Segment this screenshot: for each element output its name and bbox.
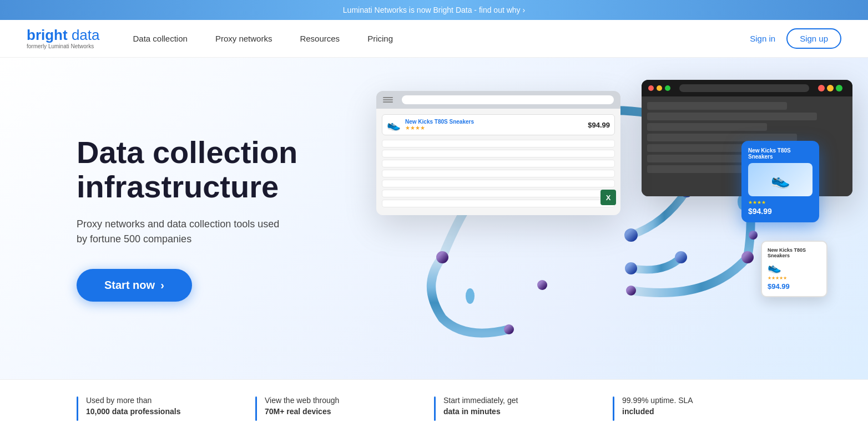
hero-content: Data collection infrastructure Proxy net… (77, 135, 343, 302)
logo-bright: bright (27, 27, 68, 43)
product-card2-title: New Kicks T80S Sneakers (768, 247, 821, 258)
product-card-stars: ★★★★ (748, 200, 813, 205)
logo[interactable]: bright data formerly Luminati Networks (27, 28, 99, 49)
banner-text: Luminati Networks is now Bright Data - f… (343, 6, 525, 14)
stat-text-1: View the web through70M+ real devices (265, 395, 339, 417)
stat-divider-1 (255, 396, 257, 421)
product-card-image: 👟 (748, 163, 813, 196)
start-now-button[interactable]: Start now › (77, 269, 192, 302)
sign-in-link[interactable]: Sign in (750, 34, 775, 43)
nav-resources[interactable]: Resources (300, 34, 340, 43)
product-card-primary: New Kicks T80S Sneakers 👟 ★★★★ $94.99 (741, 141, 819, 222)
stat-text-3: 99.99% uptime. SLAincluded (622, 395, 693, 417)
browser-header-main (376, 91, 620, 109)
logo-data: data (68, 27, 100, 43)
nav-links: Data collection Proxy networks Resources… (133, 34, 750, 43)
browser-header-dark (642, 80, 852, 96)
svg-point-12 (466, 288, 475, 304)
stat-text-2: Start immediately, getdata in minutes (443, 395, 518, 417)
svg-point-15 (749, 231, 758, 240)
navbar: bright data formerly Luminati Networks D… (0, 20, 868, 58)
svg-point-0 (436, 251, 448, 263)
product-card-price: $94.99 (748, 207, 813, 216)
dot-yellow (657, 85, 662, 91)
product-card2-price: $94.99 (768, 282, 821, 291)
announcement-banner[interactable]: Luminati Networks is now Bright Data - f… (0, 0, 868, 20)
hamburger-icon (383, 96, 393, 104)
stat-item-1: View the web through70M+ real devices (255, 395, 434, 421)
svg-point-5 (624, 228, 638, 242)
dot-red (648, 85, 654, 91)
svg-point-8 (675, 251, 687, 263)
nav-pricing[interactable]: Pricing (367, 34, 393, 43)
banner-link[interactable]: › (523, 6, 526, 14)
dark-browser-controls (818, 84, 846, 92)
hero-subtitle: Proxy networks and data collection tools… (77, 217, 343, 247)
browser-dots-dark (648, 85, 670, 91)
stat-text-0: Used by more than10,000 data professiona… (86, 395, 180, 417)
stat-divider-2 (434, 396, 436, 421)
svg-point-3 (504, 324, 514, 334)
nav-actions: Sign in Sign up (750, 28, 841, 49)
stat-divider-3 (613, 396, 614, 421)
svg-point-13 (537, 280, 547, 290)
browser-mockup-main: 👟 New Kicks T80S Sneakers ★★★★ $94.99 (376, 91, 620, 215)
nav-data-collection[interactable]: Data collection (133, 34, 187, 43)
product-card2-icon: 👟 (768, 261, 821, 274)
stats-bar: Used by more than10,000 data professiona… (0, 379, 868, 436)
hero-title: Data collection infrastructure (77, 135, 343, 203)
hero-illustration: 👟 New Kicks T80S Sneakers ★★★★ $94.99 (343, 80, 841, 357)
product-card-secondary: New Kicks T80S Sneakers 👟 ★★★★★ $94.99 (761, 241, 827, 297)
nav-proxy-networks[interactable]: Proxy networks (215, 34, 272, 43)
stat-item-0: Used by more than10,000 data professiona… (77, 395, 255, 421)
logo-subtitle: formerly Luminati Networks (27, 43, 99, 49)
svg-point-4 (626, 286, 636, 296)
product-card2-stars: ★★★★★ (768, 276, 821, 281)
stat-item-3: 99.99% uptime. SLAincluded (613, 395, 791, 421)
hero-section: Data collection infrastructure Proxy net… (0, 58, 868, 379)
sign-up-button[interactable]: Sign up (786, 28, 841, 49)
dark-address-bar (679, 84, 809, 92)
logo-main: bright data (27, 28, 99, 42)
svg-point-7 (625, 262, 637, 274)
dot-green (665, 85, 670, 91)
stat-divider-0 (77, 396, 78, 421)
product-price-browser: $94.99 (588, 121, 610, 129)
svg-point-2 (741, 251, 754, 263)
product-name-browser: New Kicks T80S Sneakers (405, 119, 583, 125)
stat-item-2: Start immediately, getdata in minutes (434, 395, 613, 421)
product-stars-browser: ★★★★ (405, 125, 583, 131)
browser-body-main: 👟 New Kicks T80S Sneakers ★★★★ $94.99 (376, 109, 620, 215)
product-card-title: New Kicks T80S Sneakers (748, 147, 813, 160)
excel-icon: X (600, 190, 616, 205)
address-bar (402, 95, 614, 104)
arrow-icon: › (160, 279, 164, 292)
